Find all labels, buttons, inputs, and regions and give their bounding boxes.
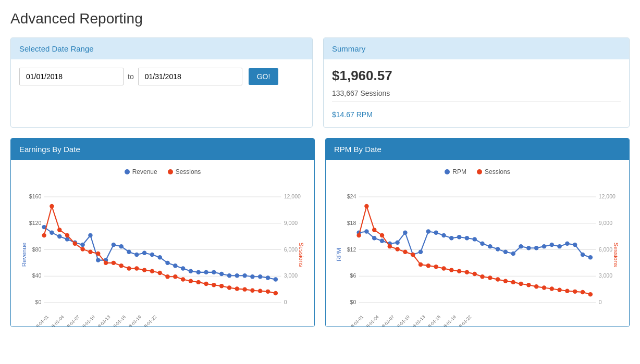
x-axis: 2018-01-01 2018-01-04 2018-01-07 2018-01… <box>30 314 238 327</box>
revenue-dot-15 <box>150 253 154 257</box>
revenue-dot-12 <box>127 249 131 254</box>
revenue-dot-20 <box>189 269 193 273</box>
rpm-chart-card: RPM By Date RPM Sessions RPM Sessions $2… <box>325 138 630 327</box>
end-date-input[interactable] <box>138 68 242 85</box>
rpm-sess-dot-23 <box>526 283 531 287</box>
rpm-yr-6000: 6,000 <box>599 246 613 253</box>
rpm-sess-dot-29 <box>573 290 577 294</box>
rpm-label: RPM <box>452 168 466 175</box>
revenue-dot-23 <box>212 270 216 274</box>
revenue-dot-7 <box>88 233 92 237</box>
rpm-sess-dot-14 <box>457 269 461 273</box>
rpm-sess-dot-9 <box>419 262 423 267</box>
x-label-0113: 2018-01-13 <box>92 314 112 327</box>
rpm-x-0122: 2018-01-22 <box>453 314 473 327</box>
sess-dot-24 <box>219 284 224 288</box>
sess-dot-29 <box>258 289 262 293</box>
sess-dot-12 <box>127 266 131 270</box>
revenue-dot-18 <box>173 263 177 268</box>
rpm-y-18: $18 <box>347 220 356 226</box>
rpm-x-0110: 2018-01-10 <box>391 314 411 327</box>
rpm-chart-body: RPM Sessions RPM Sessions $24 $18 $12 $6… <box>326 160 629 327</box>
revenue-dot-27 <box>242 273 247 278</box>
sess-dot-22 <box>204 282 208 286</box>
rpm-chart-title: RPM By Date <box>326 139 629 160</box>
sess-dot-2 <box>50 204 54 208</box>
sess-dot-9 <box>104 261 108 265</box>
rpm-legend-rpm: RPM <box>445 168 466 175</box>
sess-dot-3 <box>57 228 61 232</box>
yr-label-3000: 3,000 <box>284 272 298 279</box>
summary-header: Summary <box>324 38 629 59</box>
rpm-sess-dot-26 <box>550 286 554 291</box>
sess-dot-19 <box>181 277 185 281</box>
rpm-sess-dot-24 <box>534 284 538 288</box>
date-range-header: Selected Date Range <box>11 38 312 59</box>
rpm-sess-dot-19 <box>496 277 500 281</box>
rpm-sess-dot-18 <box>488 275 492 280</box>
rpm-sessions-line <box>359 206 590 294</box>
rpm-sessions-axis-label: Sessions <box>613 242 620 267</box>
revenue-dot-24 <box>219 272 224 276</box>
sess-dot-20 <box>189 279 193 283</box>
go-button[interactable]: GO! <box>249 68 279 85</box>
y-label-120: $120 <box>29 220 42 226</box>
rpm-dot-9 <box>419 249 423 254</box>
rpm-dot-19 <box>496 247 500 251</box>
rpm-sess-dot-31 <box>588 292 593 296</box>
rpm-dot-6 <box>395 241 399 245</box>
rpm-sess-dot-13 <box>449 268 453 272</box>
sess-dot-11 <box>119 263 123 268</box>
sess-dot-30 <box>266 290 270 294</box>
rpm-sess-dot-2 <box>364 204 368 208</box>
summary-card: Summary $1,960.57 133,667 Sessions $14.6… <box>323 37 630 128</box>
rpm-dot-11 <box>434 230 438 234</box>
sess-dot-23 <box>212 283 216 287</box>
rpm-sess-dot-4 <box>380 233 384 237</box>
rpm-dot-21 <box>511 252 515 256</box>
rpm-sess-dot-15 <box>465 270 469 274</box>
rpm-line <box>359 232 590 258</box>
earnings-legend-sessions: Sessions <box>168 168 201 175</box>
sess-dot-25 <box>227 285 231 290</box>
rpm-dot-25 <box>542 244 546 248</box>
rpm-y-6: $6 <box>350 272 356 279</box>
start-date-input[interactable] <box>19 68 124 85</box>
y-label-0: $0 <box>35 299 42 305</box>
rpm-sess-dot-7 <box>403 249 407 254</box>
revenue-dot-3 <box>57 234 61 239</box>
rpm-x-0113: 2018-01-13 <box>407 314 426 327</box>
to-label: to <box>128 72 134 81</box>
sess-dot-13 <box>134 266 139 270</box>
x-label-0110: 2018-01-10 <box>76 314 96 327</box>
rpm-x-axis: 2018-01-01 2018-01-04 2018-01-07 2018-01… <box>344 314 553 327</box>
rpm-legend-sessions: Sessions <box>477 168 510 175</box>
rpm-dot-26 <box>550 243 554 247</box>
revenue-dot-11 <box>119 244 123 248</box>
rpm-sess-dot-11 <box>434 265 438 269</box>
page-title: Advanced Reporting <box>10 10 630 27</box>
revenue-dot-13 <box>134 253 139 257</box>
revenue-dot-31 <box>274 277 278 281</box>
revenue-dot-25 <box>227 273 231 278</box>
revenue-dot-8 <box>96 258 100 262</box>
sess-dot-10 <box>112 261 116 265</box>
x-label-0101: 2018-01-01 <box>30 314 50 327</box>
revenue-dot-2 <box>50 230 54 234</box>
rpm-sess-dot-21 <box>511 280 515 284</box>
rpm-sess-dot-6 <box>395 247 399 251</box>
rpm-dot-27 <box>557 244 561 248</box>
rpm-dot-20 <box>503 249 508 254</box>
x-label-0107: 2018-01-07 <box>61 314 81 327</box>
rpm-sess-dot-30 <box>581 290 585 294</box>
revenue-dot-29 <box>258 274 262 279</box>
rpm-dot-23 <box>526 246 531 250</box>
rpm-sess-dot-27 <box>557 287 561 292</box>
rpm-y-24: $24 <box>347 193 356 199</box>
rpm-sess-dot-28 <box>565 289 569 293</box>
rpm-dot-12 <box>441 233 446 237</box>
sess-dot-7 <box>88 249 92 254</box>
yr-label-9000: 9,000 <box>284 220 298 226</box>
sess-dot-27 <box>242 287 247 291</box>
rpm-x-0101: 2018-01-01 <box>344 314 364 327</box>
